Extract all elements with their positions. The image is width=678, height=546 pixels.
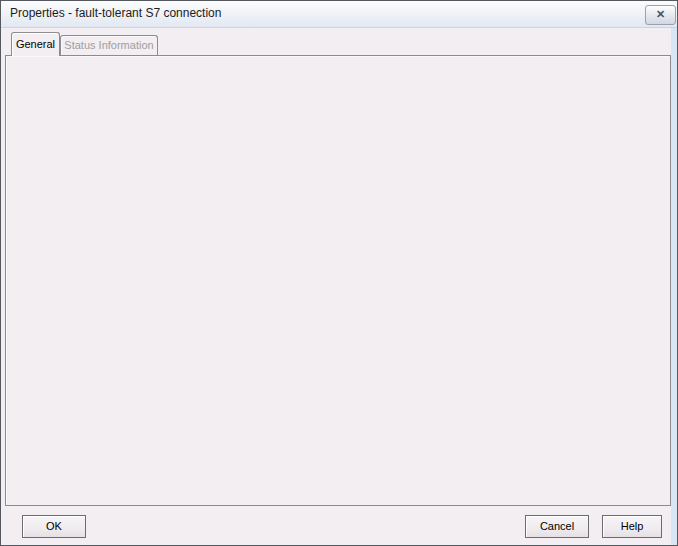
help-button[interactable]: Help [602,515,662,538]
tab-page [5,55,671,506]
window-title: Properties - fault-tolerant S7 connectio… [10,6,221,20]
ok-button[interactable]: OK [22,515,86,538]
tab-general[interactable]: General [11,32,60,56]
properties-dialog: Properties - fault-tolerant S7 connectio… [0,0,678,546]
close-icon[interactable]: ✕ [645,5,676,25]
cancel-button[interactable]: Cancel [525,515,589,538]
title-bar: Properties - fault-tolerant S7 connectio… [1,1,677,28]
window-frame-strip [671,28,677,545]
tab-status-information[interactable]: Status Information [60,35,158,55]
